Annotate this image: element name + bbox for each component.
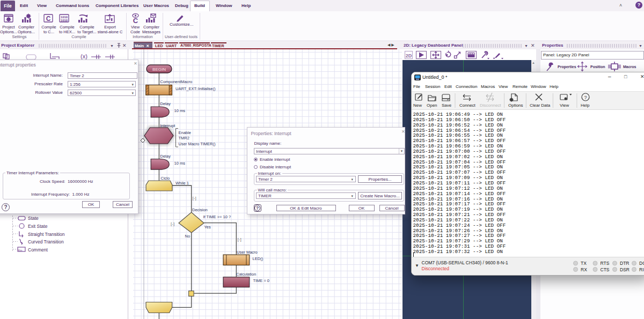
svg-text:Decision: Decision: [192, 207, 208, 212]
svg-text:RX: RX: [581, 267, 587, 272]
svg-text:Calculation: Calculation: [236, 272, 256, 277]
svg-text:10 ms: 10 ms: [174, 108, 186, 113]
svg-text:User Macro TIMER(): User Macro TIMER(): [179, 142, 216, 146]
svg-text:Km: Km: [18, 249, 23, 252]
svg-text:TIME = 0: TIME = 0: [253, 278, 269, 283]
svg-text:Delay: Delay: [160, 154, 171, 159]
svg-text:Straight Transition: Straight Transition: [28, 232, 65, 237]
svg-text:Comment: Comment: [28, 247, 48, 253]
svg-text:10 ms: 10 ms: [174, 161, 186, 166]
svg-text:No: No: [185, 234, 191, 239]
svg-text:Enable: Enable: [179, 130, 191, 135]
svg-text:While 1: While 1: [175, 181, 189, 186]
svg-text:TMR2: TMR2: [179, 136, 189, 140]
svg-text:If TIME >= 10 ?: If TIME >= 10 ?: [203, 214, 231, 219]
svg-text:BEGIN: BEGIN: [152, 67, 166, 72]
svg-text:?: ?: [584, 95, 587, 100]
svg-text:DTR: DTR: [620, 261, 629, 266]
svg-text:Macros: Macros: [623, 65, 636, 69]
svg-text:Curved Transition: Curved Transition: [28, 239, 64, 244]
svg-text:Ciclo: Ciclo: [161, 176, 170, 181]
svg-text:RTS: RTS: [601, 261, 610, 266]
svg-text:State: State: [28, 216, 39, 221]
svg-text:TX: TX: [581, 261, 587, 266]
svg-text:Delay: Delay: [160, 101, 171, 106]
svg-text:[-]: [-]: [238, 237, 241, 242]
svg-text:Yes: Yes: [204, 225, 211, 229]
svg-text:User Macro: User Macro: [237, 250, 258, 255]
svg-text:2D: 2D: [406, 53, 412, 58]
svg-text:C: C: [46, 15, 51, 23]
svg-text:CTS: CTS: [601, 267, 610, 272]
svg-text:Position: Position: [590, 65, 605, 69]
svg-text:UART_EXT::Initialise(): UART_EXT::Initialise(): [175, 86, 216, 91]
svg-text:Properties: Properties: [558, 65, 576, 69]
svg-text:C: C: [133, 17, 138, 25]
svg-text:Exit State: Exit State: [28, 224, 48, 229]
svg-text:RI: RI: [639, 267, 644, 272]
svg-text:Interrupt: Interrupt: [160, 123, 176, 128]
svg-text:[-]: [-]: [193, 196, 196, 201]
svg-text:(x): (x): [80, 53, 87, 60]
svg-text:LED(): LED(): [253, 256, 264, 261]
svg-text:[-]: [-]: [171, 221, 174, 226]
svg-text:DSR: DSR: [620, 267, 630, 272]
svg-text:ComponentMacro: ComponentMacro: [160, 79, 193, 84]
svg-text:DCD: DCD: [639, 261, 644, 266]
svg-text:1010: 1010: [61, 19, 68, 22]
